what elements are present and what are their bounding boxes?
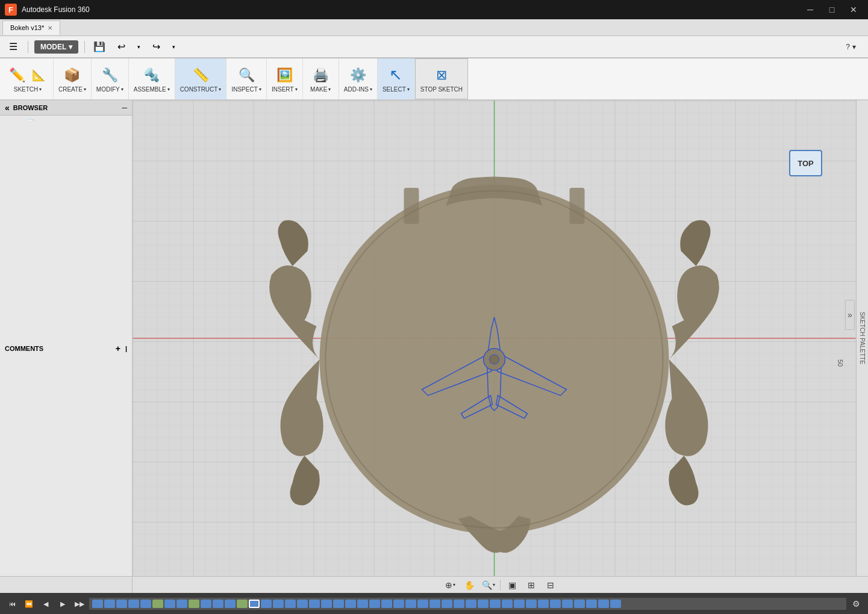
timeline-item-1[interactable] [104,600,115,608]
timeline-item-13[interactable] [249,600,260,608]
pan-control-button[interactable]: ✋ [461,578,477,592]
comments-add-button[interactable]: + [116,344,120,353]
minimize-button[interactable]: ─ [801,1,820,18]
ribbon-addins[interactable]: ⚙️ ADD-INS ▾ [339,58,378,99]
timeline-item-20[interactable] [333,600,344,608]
timeline-item-6[interactable] [164,600,175,608]
timeline-item-3[interactable] [128,600,139,608]
timeline-item-33[interactable] [490,600,501,608]
ribbon-stop-sketch[interactable]: ⊠ STOP SKETCH [415,58,468,99]
timeline-item-7[interactable] [176,600,187,608]
timeline-item-43[interactable] [610,600,621,608]
timeline-item-40[interactable] [574,600,585,608]
timeline-item-9[interactable] [201,600,211,608]
timeline-item-38[interactable] [550,600,561,608]
timeline-item-31[interactable] [466,600,476,608]
timeline-item-4[interactable] [140,600,151,608]
ribbon-select[interactable]: ↖ SELECT ▾ [378,58,415,99]
top-view-button[interactable]: TOP [789,150,822,176]
timeline-prev-frame-button[interactable]: ⏪ [22,597,36,611]
view-settings-button[interactable]: ⊟ [543,578,558,592]
ribbon-make[interactable]: 🖨️ MAKE ▾ [303,58,339,99]
ribbon-modify[interactable]: 🔧 MODIFY ▾ [92,58,129,99]
timeline-item-10[interactable] [213,600,223,608]
mode-selector[interactable]: MODEL ▾ [34,40,78,54]
sketch-palette-panel[interactable]: SKETCH PALETTE [856,101,868,576]
grid-settings-button[interactable]: ⊞ [523,578,539,592]
maximize-button[interactable]: □ [822,1,841,18]
timeline-item-8[interactable] [189,600,199,608]
timeline-next-button[interactable]: ▶▶ [72,597,87,611]
help-button[interactable]: ? ▾ [838,43,863,51]
timeline-item-34[interactable] [502,600,513,608]
timeline-item-30[interactable] [454,600,464,608]
timeline-settings-button[interactable]: ⚙ [849,597,863,611]
right-panel-collapse-button[interactable]: » [845,300,855,330]
timeline-item-36[interactable] [526,600,537,608]
create-box-icon: 📦 [63,66,82,85]
timeline-item-24[interactable] [381,600,392,608]
timeline-item-21[interactable] [345,600,356,608]
timeline-item-26[interactable] [405,600,416,608]
timeline-item-42[interactable] [598,600,609,608]
insert-icons: 🖼️ [275,66,294,85]
timeline-item-39[interactable] [562,600,573,608]
redo-dropdown[interactable]: ▾ [169,39,178,55]
timeline-item-18[interactable] [309,600,320,608]
timeline-item-35[interactable] [514,600,525,608]
ribbon-create[interactable]: 📦 CREATE ▾ [54,58,92,99]
app-menu-button[interactable]: ☰ [5,39,22,55]
addins-icon: ⚙️ [348,66,367,85]
timeline-item-0[interactable] [92,600,103,608]
ribbon: ✏️ 📐 SKETCH ▾ 📦 CREATE ▾ 🔧 MODIFY ▾ 🔩 [0,58,868,101]
timeline-item-15[interactable] [273,600,284,608]
timeline-item-28[interactable] [429,600,440,608]
comments-panel: COMMENTS + | [0,120,133,576]
timeline-item-11[interactable] [225,600,236,608]
ribbon-construct[interactable]: 📏 CONSTRUCT ▾ [175,58,227,99]
viewport[interactable]: 50 » [133,101,856,576]
timeline-item-32[interactable] [478,600,489,608]
browser-tree: ▼ 👁 📄 Bokeh v13 ● ▶ 📁 Named Views Units:… [0,116,132,120]
timeline-item-12[interactable] [237,600,248,608]
undo-button[interactable]: ↩ [113,39,130,55]
tab-close-icon[interactable]: ✕ [48,25,52,31]
ribbon-assemble[interactable]: 🔩 ASSEMBLE ▾ [129,58,175,99]
timeline-rewind-start-button[interactable]: ⏮ [5,597,19,611]
save-button[interactable]: 💾 [91,39,108,55]
browser-expand-icon[interactable]: « [5,103,10,113]
timeline-item-23[interactable] [369,600,380,608]
timeline-item-25[interactable] [393,600,404,608]
viewport-controls: ⊕ ▾ ✋ 🔍 ▾ ▣ ⊞ ⊟ [133,578,868,592]
browser-panel: « BROWSER ─ ▼ 👁 📄 Bokeh v13 ● ▶ 📁 Named … [0,101,133,576]
timeline-item-41[interactable] [586,600,597,608]
timeline-item-22[interactable] [357,600,368,608]
timeline-item-29[interactable] [442,600,452,608]
zoom-control-button[interactable]: 🔍 ▾ [481,578,496,592]
file-tab[interactable]: Bokeh v13* ✕ [2,20,60,35]
help-arrow-icon: ▾ [852,43,856,51]
timeline-item-5[interactable] [152,600,163,608]
undo-dropdown[interactable]: ▾ [134,39,143,55]
timeline-prev-button[interactable]: ◀ [39,597,53,611]
ribbon-sketch[interactable]: ✏️ 📐 SKETCH ▾ [2,58,54,99]
redo-button[interactable]: ↪ [148,39,164,55]
timeline-item-27[interactable] [417,600,428,608]
toolbar-separator-2 [84,41,85,53]
orbit-control-button[interactable]: ⊕ ▾ [442,578,458,592]
timeline-item-14[interactable] [261,600,272,608]
ribbon-insert[interactable]: 🖼️ INSERT ▾ [267,58,303,99]
sketch-label: SKETCH ▾ [14,86,42,93]
svg-point-9 [490,355,499,364]
make-icons: 🖨️ [311,66,330,85]
timeline-item-19[interactable] [321,600,332,608]
display-mode-button[interactable]: ▣ [504,578,520,592]
timeline-play-button[interactable]: ▶ [55,597,70,611]
timeline-item-17[interactable] [297,600,308,608]
timeline-item-2[interactable] [116,600,127,608]
timeline-item-16[interactable] [285,600,296,608]
ribbon-inspect[interactable]: 🔍 INSPECT ▾ [226,58,266,99]
timeline-item-37[interactable] [538,600,549,608]
browser-collapse-icon[interactable]: ─ [122,104,127,112]
close-button[interactable]: ✕ [844,1,863,18]
